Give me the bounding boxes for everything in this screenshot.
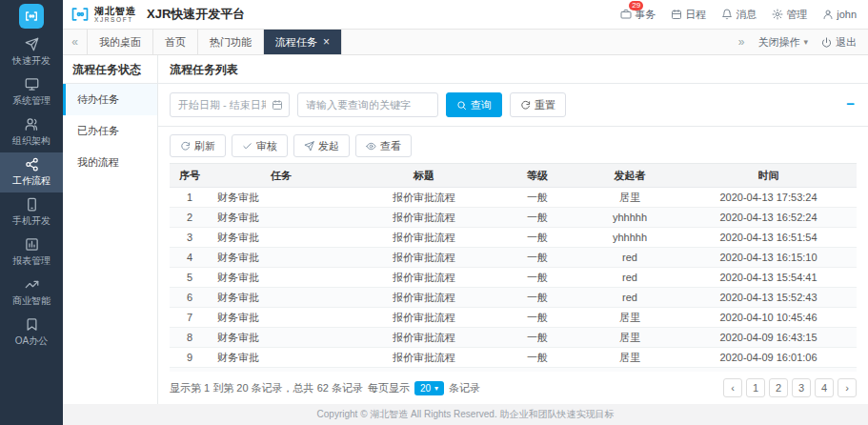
audit-button[interactable]: 审核 <box>232 134 288 157</box>
cell-task: 财务审批 <box>210 348 353 368</box>
close-operations-dropdown[interactable]: 关闭操作 ▾ <box>757 35 808 50</box>
cell-time: 2020-04-13 16:52:24 <box>680 208 857 228</box>
power-icon <box>821 37 832 48</box>
sidebar-item-organization[interactable]: 组织架构 <box>0 112 63 152</box>
pager-next-button[interactable]: › <box>838 378 857 397</box>
tab-process-tasks[interactable]: 流程任务 × <box>264 30 342 54</box>
app-logo[interactable] <box>0 0 63 32</box>
logout-label: 退出 <box>836 35 857 50</box>
table-header-row: 序号 任务 标题 等级 发起者 时间 <box>170 164 857 188</box>
cell-level: 一般 <box>495 288 579 308</box>
table-row[interactable]: 3财务审批报价审批流程一般yhhhhh2020-04-13 16:51:54 <box>170 228 857 248</box>
tab-label: 首页 <box>165 35 186 50</box>
users-icon <box>25 117 39 132</box>
table-row[interactable]: 9财务审批报价审批流程一般居里2020-04-09 16:01:06 <box>170 348 857 368</box>
cell-no: 3 <box>170 228 210 248</box>
status-item-done[interactable]: 已办任务 <box>63 115 157 147</box>
scroll-tabs-right-button[interactable]: » <box>738 35 745 49</box>
cell-no: 9 <box>170 348 210 368</box>
search-form: 查询 重置 − <box>158 84 868 127</box>
user-menu[interactable]: john <box>822 9 857 20</box>
record-count-text: 显示第 1 到第 20 条记录，总共 62 条记录 <box>170 381 363 395</box>
cell-initiator: 居里 <box>579 348 680 368</box>
table-row[interactable]: 8财务审批报价审批流程一般居里2020-04-09 16:43:15 <box>170 328 857 348</box>
status-item-my-processes[interactable]: 我的流程 <box>63 147 157 178</box>
table-row[interactable]: 7财务审批报价审批流程一般居里2020-04-10 10:45:46 <box>170 308 857 328</box>
transactions-button[interactable]: 事务 29 <box>620 8 656 22</box>
cell-level: 一般 <box>495 348 579 368</box>
launch-button[interactable]: 发起 <box>293 134 350 157</box>
scroll-tabs-left-button[interactable]: « <box>63 30 88 54</box>
keyword-input[interactable] <box>297 92 438 117</box>
reset-button[interactable]: 重置 <box>510 92 566 117</box>
pager-prev-button[interactable]: ‹ <box>723 378 742 397</box>
column-header-initiator: 发起者 <box>579 164 680 188</box>
line-chart-icon <box>25 277 39 292</box>
column-header-level: 等级 <box>495 164 579 188</box>
sidebar-item-oa-office[interactable]: OA办公 <box>0 313 63 353</box>
main-column: 湖北智造 XJRSOFT XJR快速开发平台 事务 29 日程 消息 <box>63 0 868 425</box>
admin-button[interactable]: 管理 <box>772 8 807 22</box>
page-size-select[interactable]: 20 ▾ <box>414 381 444 395</box>
table-row[interactable]: 6财务审批报价审批流程一般red2020-04-13 15:52:43 <box>170 288 857 308</box>
table-row[interactable]: 4财务审批报价审批流程一般red2020-04-13 16:15:10 <box>170 248 857 268</box>
user-icon <box>822 9 834 20</box>
cell-level: 一般 <box>495 248 579 268</box>
sidebar-item-label: 手机开发 <box>12 214 50 228</box>
cell-title: 报价审批流程 <box>353 208 495 228</box>
tab-hot-functions[interactable]: 热门功能 <box>198 30 264 54</box>
close-icon[interactable]: × <box>323 36 330 48</box>
task-status-panel: 流程任务状态 待办任务 已办任务 我的流程 <box>63 55 158 404</box>
sidebar-item-system-mgmt[interactable]: 系统管理 <box>0 72 63 112</box>
cell-title: 报价审批流程 <box>353 248 495 268</box>
open-tabs: 我的桌面 首页 热门功能 流程任务 × <box>88 30 342 54</box>
table-row[interactable]: 5财务审批报价审批流程一般red2020-04-13 15:54:41 <box>170 268 857 288</box>
sidebar-item-mobile-dev[interactable]: 手机开发 <box>0 192 63 233</box>
tab-home[interactable]: 首页 <box>153 30 198 54</box>
sidebar-item-label: OA办公 <box>15 334 48 348</box>
view-button[interactable]: 查看 <box>355 134 412 157</box>
cell-time: 2020-04-09 16:43:15 <box>680 328 857 348</box>
pager-page-3[interactable]: 3 <box>792 378 811 397</box>
cell-initiator: yhhhhh <box>579 208 680 228</box>
table-row[interactable]: 2财务审批报价审批流程一般yhhhhh2020-04-13 16:52:24 <box>170 208 857 228</box>
schedule-button[interactable]: 日程 <box>671 8 706 22</box>
cell-task: 财务审批 <box>210 308 353 328</box>
pager-page-1[interactable]: 1 <box>746 378 765 397</box>
tab-my-desktop[interactable]: 我的桌面 <box>88 30 153 54</box>
messages-button[interactable]: 消息 <box>721 8 757 22</box>
collapse-search-button[interactable]: − <box>846 96 855 111</box>
cell-task: 财务审批 <box>210 288 353 308</box>
bar-chart-icon <box>25 237 39 252</box>
query-label: 查询 <box>471 98 492 112</box>
pager-page-4[interactable]: 4 <box>815 378 834 397</box>
briefcase-icon <box>620 9 632 20</box>
logout-button[interactable]: 退出 <box>821 35 857 50</box>
sidebar-item-label: 商业智能 <box>12 294 50 308</box>
column-header-no: 序号 <box>170 164 210 188</box>
cell-task: 财务审批 <box>210 208 353 228</box>
sidebar-item-business-intel[interactable]: 商业智能 <box>0 273 63 313</box>
query-button[interactable]: 查询 <box>446 92 502 117</box>
pager-page-2[interactable]: 2 <box>769 378 788 397</box>
sidebar-item-workflow[interactable]: 工作流程 <box>0 152 63 192</box>
cell-time: 2020-04-10 10:45:46 <box>680 308 857 328</box>
cell-initiator: 居里 <box>579 188 680 208</box>
notification-badge: 29 <box>629 1 643 10</box>
cell-level: 一般 <box>495 268 579 288</box>
cell-level: 一般 <box>495 188 579 208</box>
cell-initiator: red <box>579 268 680 288</box>
sidebar-item-label: 组织架构 <box>12 134 50 148</box>
brand-name: 湖北智造 XJRSOFT <box>94 6 136 23</box>
refresh-button[interactable]: 刷新 <box>170 134 226 157</box>
cell-initiator: 居里 <box>579 308 680 328</box>
sidebar-item-report-mgmt[interactable]: 报表管理 <box>0 233 63 273</box>
sidebar-item-quick-dev[interactable]: 快速开发 <box>0 32 63 72</box>
calendar-icon <box>272 99 283 111</box>
table-row[interactable]: 1财务审批报价审批流程一般居里2020-04-13 17:53:24 <box>170 188 857 208</box>
status-item-todo[interactable]: 待办任务 <box>63 84 157 115</box>
cell-time: 2020-04-09 16:01:06 <box>680 348 857 368</box>
tab-bar: « 我的桌面 首页 热门功能 流程任务 × » 关闭操作 ▾ 退出 <box>63 30 868 55</box>
audit-label: 审核 <box>256 139 277 153</box>
eye-icon <box>366 141 376 152</box>
